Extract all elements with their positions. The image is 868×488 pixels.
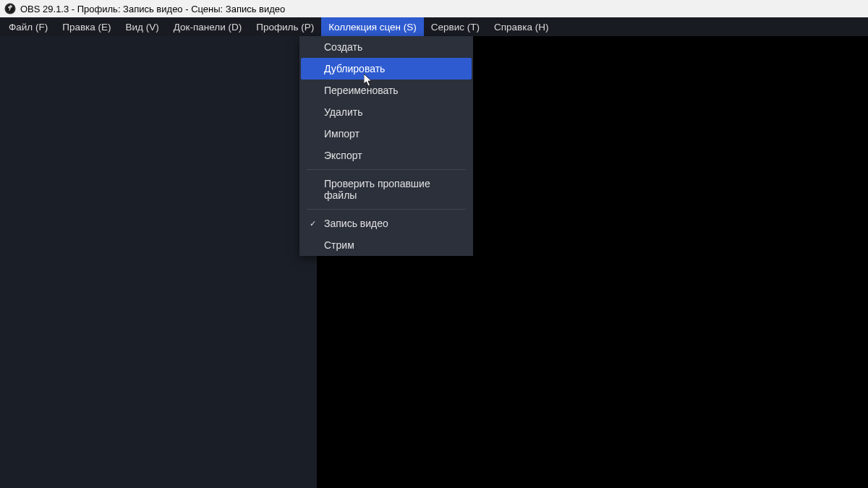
dropdown-item-check-missing[interactable]: Проверить пропавшие файлы [299,173,473,206]
dropdown-separator [307,169,466,170]
dropdown-item-create[interactable]: Создать [299,36,473,58]
menu-help[interactable]: Справка (H) [487,17,556,36]
titlebar-text: OBS 29.1.3 - Профиль: Запись видео - Сце… [20,4,285,14]
titlebar: OBS 29.1.3 - Профиль: Запись видео - Сце… [0,0,868,17]
dropdown-item-scene-recording[interactable]: ✓ Запись видео [299,213,473,234]
dropdown-separator [307,209,466,210]
menubar: Файл (F) Правка (E) Вид (V) Док-панели (… [0,17,868,36]
check-icon: ✓ [310,219,316,228]
menu-scene-collection[interactable]: Коллекция сцен (S) [321,17,424,36]
dropdown-item-import[interactable]: Импорт [299,123,473,145]
dropdown-item-scene-stream[interactable]: Стрим [299,234,473,256]
dropdown-item-duplicate[interactable]: Дублировать [301,58,472,80]
menu-view[interactable]: Вид (V) [119,17,166,36]
obs-logo-icon [4,3,16,14]
menu-file[interactable]: Файл (F) [1,17,55,36]
left-panel [0,36,317,488]
dropdown-item-delete[interactable]: Удалить [299,101,473,123]
menu-tools[interactable]: Сервис (T) [424,17,487,36]
menu-profile[interactable]: Профиль (P) [249,17,321,36]
menu-dock-panels[interactable]: Док-панели (D) [166,17,249,36]
menu-edit[interactable]: Правка (E) [55,17,118,36]
dropdown-item-export[interactable]: Экспорт [299,145,473,166]
scene-collection-dropdown: Создать Дублировать Переименовать Удалит… [299,36,473,256]
dropdown-item-rename[interactable]: Переименовать [299,80,473,101]
